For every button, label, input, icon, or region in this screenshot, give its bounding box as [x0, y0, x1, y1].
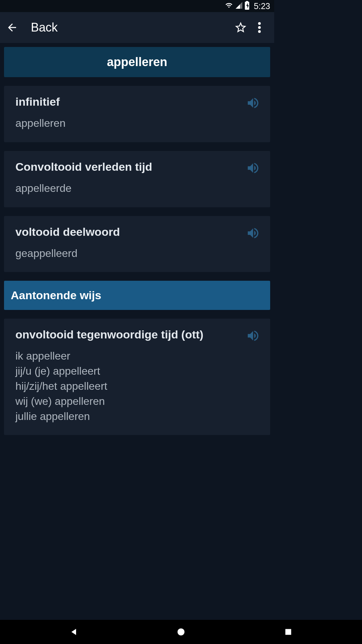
page-title: Back	[31, 20, 231, 35]
favorite-button[interactable]	[231, 18, 250, 37]
speaker-icon[interactable]	[246, 96, 260, 110]
battery-charging-icon	[244, 1, 250, 11]
verb-form-card: infinitief appelleren	[4, 86, 270, 142]
verb-form-card: Convoltooid verleden tijd appelleerde	[4, 151, 270, 207]
speaker-icon[interactable]	[246, 161, 260, 175]
card-value: appelleerde	[15, 181, 259, 196]
status-time: 5:23	[254, 1, 270, 11]
app-bar: Back	[0, 12, 274, 43]
svg-point-1	[258, 26, 261, 29]
card-value: appelleren	[15, 116, 259, 131]
card-title: voltooid deelwoord	[15, 225, 259, 238]
card-title: Convoltooid verleden tijd	[15, 160, 259, 173]
word-title: appelleren	[4, 47, 270, 77]
content-area: appelleren infinitief appelleren Convolt…	[0, 43, 274, 464]
section-header: Aantonende wijs	[4, 281, 270, 310]
svg-point-2	[258, 30, 261, 33]
more-options-button[interactable]	[250, 18, 269, 37]
card-title: onvoltooid tegenwoordige tijd (ott)	[15, 328, 259, 341]
conjugation-card: onvoltooid tegenwoordige tijd (ott) ik a…	[4, 319, 270, 435]
status-bar: 5:23	[0, 0, 274, 12]
back-arrow-button[interactable]	[5, 21, 19, 34]
signal-icon	[235, 1, 243, 11]
verb-form-card: voltooid deelwoord geappelleerd	[4, 216, 270, 272]
speaker-icon[interactable]	[246, 226, 260, 240]
svg-point-0	[258, 22, 261, 25]
conjugation-lines: ik appelleer jij/u (je) appelleert hij/z…	[15, 348, 259, 424]
card-value: geappelleerd	[15, 246, 259, 261]
card-title: infinitief	[15, 95, 259, 108]
speaker-icon[interactable]	[246, 329, 260, 343]
wifi-icon	[224, 2, 234, 10]
